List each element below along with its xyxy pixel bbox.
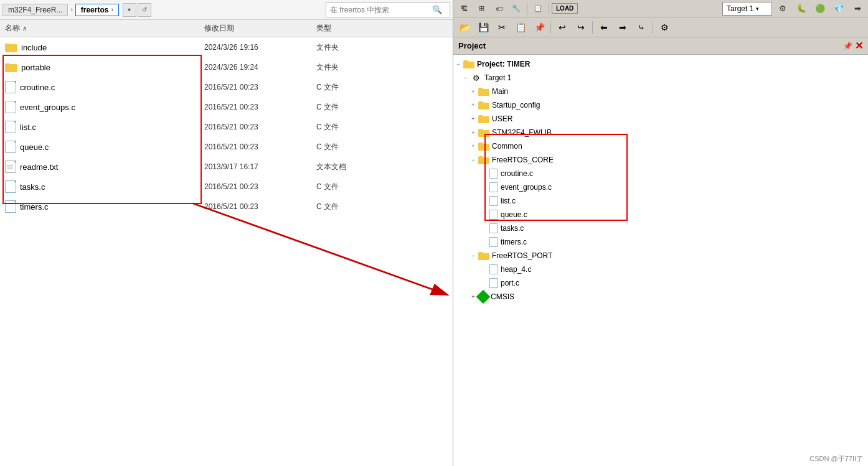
toolbar-top: 🏗 ⊞ 🏷 🔧 📋 LOAD Target 1 ▾ ⚙ 🐛 🟢 💎 ➡	[453, 0, 868, 17]
breadcrumb-active-arrow: ›	[111, 6, 113, 13]
tree-item[interactable]: heap_4.c	[453, 263, 868, 276]
tb-debug[interactable]: 🐛	[793, 2, 809, 16]
tb2-btn-2[interactable]: 💾	[474, 19, 492, 35]
expand-icon[interactable]: −	[468, 155, 478, 165]
file-type-cell: 文件夹	[316, 42, 379, 53]
pin-icon[interactable]: 📌	[843, 42, 852, 50]
close-icon[interactable]: ✕	[855, 40, 863, 52]
col-type-header[interactable]: 类型	[316, 23, 379, 34]
c-file-icon	[5, 200, 16, 213]
tree-label: USER	[492, 114, 512, 123]
expand-icon[interactable]: +	[468, 114, 478, 124]
file-item[interactable]: readme.txt 2013/9/17 16:17 文本文档	[0, 157, 453, 177]
expand-icon[interactable]: +	[468, 86, 478, 96]
tb2-btn-11[interactable]: ⚙	[656, 19, 673, 35]
expand-icon[interactable]	[479, 223, 489, 233]
expand-icon[interactable]	[479, 182, 489, 192]
tree-item[interactable]: + STM32F4_FWLIB	[453, 126, 868, 139]
tb2-sep-1	[550, 21, 551, 34]
dropdown-btn[interactable]: ▾	[123, 3, 136, 17]
tb-arrow[interactable]: ➡	[849, 2, 866, 16]
expand-icon[interactable]	[479, 237, 489, 247]
tree-item[interactable]: + Main	[453, 85, 868, 98]
tb2-btn-6[interactable]: ↩	[554, 19, 571, 35]
expand-icon[interactable]: +	[468, 100, 478, 110]
tb2-btn-7[interactable]: ↪	[572, 19, 590, 35]
tree-item[interactable]: − Project: TIMER	[453, 57, 868, 71]
file-name: croutine.c	[20, 83, 55, 92]
file-item[interactable]: tasks.c 2016/5/21 00:23 C 文件	[0, 177, 453, 197]
file-type-cell: C 文件	[316, 102, 379, 113]
folder-icon	[478, 114, 489, 123]
c-file-icon	[5, 180, 16, 193]
file-date-cell: 2024/3/26 19:24	[204, 63, 316, 72]
tb-rebuild[interactable]: ⚙	[775, 2, 791, 16]
tree-item[interactable]: port.c	[453, 276, 868, 290]
file-item[interactable]: queue.c 2016/5/21 00:23 C 文件	[0, 137, 453, 157]
search-input[interactable]	[330, 6, 430, 14]
tree-item[interactable]: list.c	[453, 194, 868, 208]
tree-label: event_groups.c	[501, 183, 552, 192]
tb2-btn-9[interactable]: ➡	[614, 19, 631, 35]
file-type-cell: C 文件	[316, 142, 379, 152]
file-item[interactable]: event_groups.c 2016/5/21 00:23 C 文件	[0, 97, 453, 117]
tree-item[interactable]: − FreeRTOS_PORT	[453, 249, 868, 263]
tb2-btn-1[interactable]: 📂	[456, 19, 473, 35]
expand-icon[interactable]: +	[468, 141, 478, 151]
tree-item[interactable]: + CMSIS	[453, 290, 868, 304]
load-button[interactable]: LOAD	[552, 3, 578, 14]
expand-icon[interactable]	[479, 169, 489, 179]
tree-item[interactable]: − ⚙ Target 1	[453, 71, 868, 85]
tb-btn-2[interactable]: ⊞	[473, 2, 489, 16]
file-explorer: m32F4_FreeR... › freertos › ▾ ↺ 🔍 名称 ∧ 修…	[0, 0, 453, 466]
file-name: portable	[21, 63, 50, 72]
expand-icon[interactable]: +	[468, 128, 478, 137]
tree-label: list.c	[501, 197, 516, 205]
expand-icon[interactable]	[479, 210, 489, 220]
tb-diamond[interactable]: 💎	[831, 2, 847, 16]
tree-item[interactable]: + USER	[453, 112, 868, 126]
tb2-btn-3[interactable]: ✂	[493, 19, 511, 35]
tree-item[interactable]: queue.c	[453, 208, 868, 221]
c-file-icon	[5, 101, 16, 113]
expand-icon[interactable]: −	[468, 251, 478, 261]
expand-icon[interactable]: −	[453, 59, 463, 69]
expand-icon[interactable]	[479, 264, 489, 274]
file-type-cell: C 文件	[316, 202, 379, 212]
tree-item[interactable]: timers.c	[453, 235, 868, 249]
file-item[interactable]: croutine.c 2016/5/21 00:23 C 文件	[0, 77, 453, 97]
project-header: Project 📌 ✕	[453, 37, 868, 55]
file-item[interactable]: timers.c 2016/5/21 00:23 C 文件	[0, 197, 453, 217]
breadcrumb-part2[interactable]: freertos ›	[75, 4, 119, 16]
expand-icon[interactable]	[479, 196, 489, 206]
tb-btn-5[interactable]: 📋	[530, 2, 546, 16]
tb2-btn-4[interactable]: 📋	[512, 19, 529, 35]
tb-green[interactable]: 🟢	[812, 2, 828, 16]
col-name-header[interactable]: 名称 ∧	[5, 23, 204, 34]
refresh-btn[interactable]: ↺	[138, 3, 151, 17]
tree-item[interactable]: croutine.c	[453, 167, 868, 180]
c-file-icon	[489, 169, 498, 179]
tb-btn-3[interactable]: 🏷	[491, 2, 507, 16]
file-item[interactable]: list.c 2016/5/21 00:23 C 文件	[0, 117, 453, 137]
target-dropdown[interactable]: Target 1 ▾	[722, 2, 772, 16]
tb2-btn-5[interactable]: 📌	[531, 19, 548, 35]
expand-icon[interactable]: −	[461, 73, 471, 83]
search-box[interactable]: 🔍	[326, 2, 450, 17]
tb2-btn-8[interactable]: ⬅	[595, 19, 613, 35]
file-item[interactable]: portable 2024/3/26 19:24 文件夹	[0, 57, 453, 77]
tb-btn-4[interactable]: 🔧	[508, 2, 524, 16]
col-date-header[interactable]: 修改日期	[204, 23, 316, 34]
tree-item[interactable]: tasks.c	[453, 221, 868, 235]
tree-item[interactable]: event_groups.c	[453, 180, 868, 194]
tree-label: croutine.c	[501, 169, 533, 178]
tree-item[interactable]: − FreeRTOS_CORE	[453, 153, 868, 167]
file-date-cell: 2016/5/21 00:23	[204, 123, 316, 131]
breadcrumb-part1[interactable]: m32F4_FreeR...	[2, 4, 68, 16]
tb-btn-1[interactable]: 🏗	[456, 2, 472, 16]
expand-icon[interactable]	[479, 278, 489, 288]
tree-item[interactable]: + Common	[453, 139, 868, 153]
tree-item[interactable]: + Startup_config	[453, 98, 868, 112]
file-item[interactable]: include 2024/3/26 19:16 文件夹	[0, 37, 453, 57]
tb2-btn-10[interactable]: ⤷	[633, 19, 650, 35]
